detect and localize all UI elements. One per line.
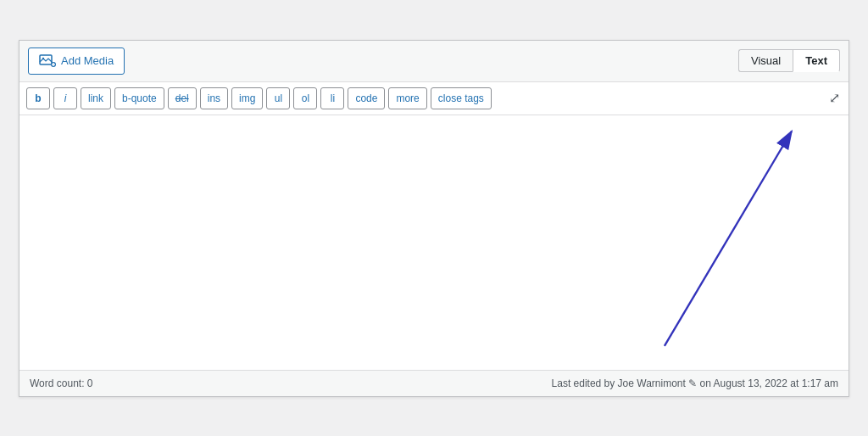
add-media-icon [39, 53, 56, 70]
bquote-btn[interactable]: b-quote [114, 87, 164, 109]
word-count: Word count: 0 [30, 377, 92, 389]
ul-btn[interactable]: ul [266, 87, 290, 109]
ins-btn[interactable]: ins [200, 87, 228, 109]
code-btn[interactable]: code [348, 87, 385, 109]
toolbar: bilinkb-quotedelinsimgulollicodemoreclos… [19, 82, 849, 115]
img-btn[interactable]: img [231, 87, 263, 109]
tab-visual[interactable]: Visual [738, 49, 793, 72]
last-edited: Last edited by Joe Warnimont ✎ on August… [552, 377, 838, 389]
ol-btn[interactable]: ol [293, 87, 317, 109]
tab-group: Visual Text [738, 49, 840, 72]
li-btn[interactable]: li [320, 87, 344, 109]
del-btn[interactable]: del [168, 87, 197, 109]
editor-header: Add Media Visual Text [19, 41, 849, 82]
editor-footer: Word count: 0 Last edited by Joe Warnimo… [19, 370, 849, 396]
close-tags-btn[interactable]: close tags [431, 87, 492, 109]
tab-text[interactable]: Text [793, 49, 840, 72]
expand-button[interactable]: ⤢ [827, 88, 842, 108]
svg-line-6 [665, 131, 792, 345]
add-media-button[interactable]: Add Media [28, 48, 125, 75]
editor-body[interactable] [19, 115, 849, 370]
add-media-label: Add Media [61, 54, 114, 67]
link-btn[interactable]: link [81, 87, 111, 109]
italic-btn[interactable]: i [53, 87, 77, 109]
editor-container: Add Media Visual Text bilinkb-quotedelin… [19, 40, 849, 397]
more-btn[interactable]: more [388, 87, 426, 109]
bold-btn[interactable]: b [26, 87, 50, 109]
arrow-annotation [19, 115, 849, 370]
